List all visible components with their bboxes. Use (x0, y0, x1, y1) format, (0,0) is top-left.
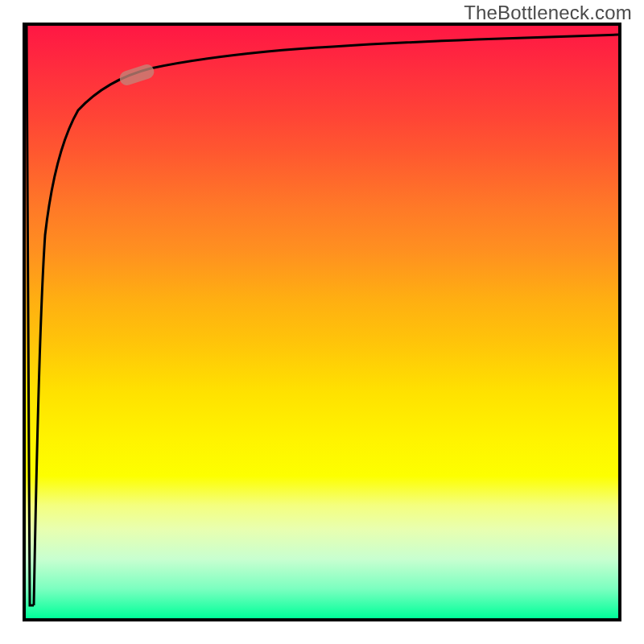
chart-canvas: TheBottleneck.com (0, 0, 644, 644)
plot-frame (23, 23, 621, 621)
watermark-text: TheBottleneck.com (464, 2, 632, 24)
